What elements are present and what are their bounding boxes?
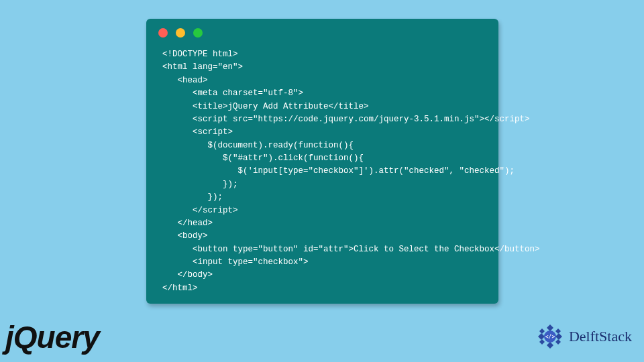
svg-marker-5 <box>555 339 561 345</box>
maximize-icon[interactable] <box>193 28 203 38</box>
delftstack-icon: </> <box>534 320 566 353</box>
jquery-logo: jQuery <box>5 319 99 355</box>
delftstack-logo: </> DelftStack <box>534 320 632 353</box>
svg-marker-6 <box>539 339 545 345</box>
svg-marker-4 <box>555 328 561 334</box>
close-icon[interactable] <box>158 28 168 38</box>
window-controls <box>146 19 498 43</box>
minimize-icon[interactable] <box>176 28 185 38</box>
svg-marker-7 <box>539 328 545 334</box>
svg-marker-3 <box>538 333 545 340</box>
code-content: <!DOCTYPE html> <html lang="en"> <head> … <box>146 43 498 307</box>
code-window: <!DOCTYPE html> <html lang="en"> <head> … <box>146 19 498 304</box>
svg-marker-0 <box>547 324 553 331</box>
svg-text:</>: </> <box>545 334 555 340</box>
svg-marker-1 <box>555 333 562 340</box>
svg-marker-2 <box>547 342 553 349</box>
delftstack-label: DelftStack <box>569 328 632 345</box>
